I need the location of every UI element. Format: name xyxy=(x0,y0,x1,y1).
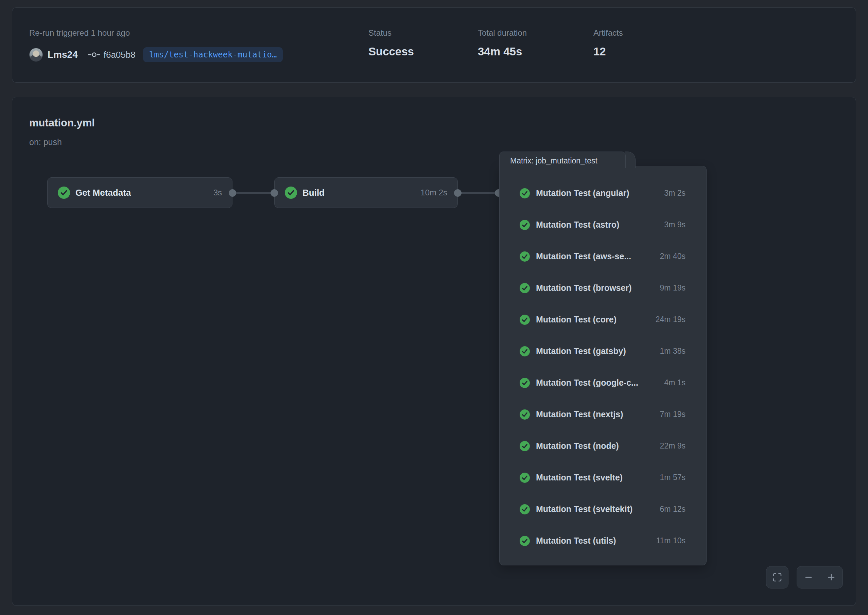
check-circle-icon xyxy=(58,187,70,199)
matrix-job-row[interactable]: Mutation Test (nextjs) 7m 19s xyxy=(520,398,685,430)
check-circle-icon xyxy=(520,220,530,230)
matrix-job-row[interactable]: Mutation Test (utils) 11m 10s xyxy=(520,525,685,557)
matrix-job-label: Mutation Test (utils) xyxy=(536,536,653,546)
matrix-job-label: Mutation Test (aws-se... xyxy=(536,251,657,261)
avatar[interactable] xyxy=(29,48,43,61)
branch-badge[interactable]: lms/test-hackweek-mutatio… xyxy=(143,47,283,62)
workflow-name: mutation.yml xyxy=(29,117,95,129)
connector-dot xyxy=(454,189,462,197)
matrix-job-label: Mutation Test (node) xyxy=(536,441,657,451)
matrix-job-label: Mutation Test (angular) xyxy=(536,188,661,198)
job-node-build[interactable]: Build 10m 2s xyxy=(274,177,458,208)
fullscreen-button[interactable] xyxy=(766,566,788,588)
job-node-get-metadata[interactable]: Get Metadata 3s xyxy=(47,177,233,208)
matrix-job-list: Mutation Test (angular) 3m 2s Mutation T… xyxy=(520,177,685,557)
check-circle-icon xyxy=(285,187,297,199)
matrix-job-duration: 24m 19s xyxy=(656,315,685,324)
connector-line xyxy=(458,192,499,194)
matrix-panel: Mutation Test (angular) 3m 2s Mutation T… xyxy=(499,166,707,565)
run-summary-card: Re-run triggered 1 hour ago Lms24 f6a05b… xyxy=(12,8,856,83)
matrix-job-label: Mutation Test (sveltekit) xyxy=(536,504,657,514)
matrix-tab-step xyxy=(625,151,635,168)
minus-icon xyxy=(804,573,813,582)
matrix-job-row[interactable]: Mutation Test (gatsby) 1m 38s xyxy=(520,336,685,367)
matrix-job-row[interactable]: Mutation Test (browser) 9m 19s xyxy=(520,272,685,304)
stat-label: Status xyxy=(368,28,392,38)
check-circle-icon xyxy=(520,473,530,483)
workflow-trigger: on: push xyxy=(29,137,62,147)
zoom-in-button[interactable] xyxy=(820,567,843,588)
matrix-job-row[interactable]: Mutation Test (core) 24m 19s xyxy=(520,304,685,336)
matrix-job-row[interactable]: Mutation Test (astro) 3m 9s xyxy=(520,209,685,240)
zoom-out-button[interactable] xyxy=(797,567,820,588)
matrix-job-duration: 9m 19s xyxy=(660,283,685,293)
workflow-run-page: Re-run triggered 1 hour ago Lms24 f6a05b… xyxy=(0,0,868,615)
check-circle-icon xyxy=(520,409,530,420)
zoom-controls xyxy=(797,566,843,588)
matrix-job-label: Mutation Test (astro) xyxy=(536,220,661,230)
plus-icon xyxy=(827,573,836,582)
check-circle-icon xyxy=(520,378,530,388)
matrix-job-row[interactable]: Mutation Test (node) 22m 9s xyxy=(520,430,685,462)
user-login[interactable]: Lms24 xyxy=(48,49,78,60)
check-circle-icon xyxy=(520,251,530,262)
job-node-duration: 3s xyxy=(214,188,222,197)
connector-dot xyxy=(229,189,236,197)
matrix-job-duration: 1m 38s xyxy=(660,347,685,356)
matrix-job-row[interactable]: Mutation Test (sveltekit) 6m 12s xyxy=(520,493,685,525)
matrix-job-duration: 1m 57s xyxy=(660,473,685,482)
matrix-job-label: Mutation Test (browser) xyxy=(536,283,657,293)
rerun-trigger-text: Re-run triggered 1 hour ago xyxy=(29,28,130,38)
matrix-tab: Matrix: job_mutation_test xyxy=(499,151,626,168)
matrix-job-duration: 2m 40s xyxy=(660,252,685,261)
matrix-job-label: Mutation Test (core) xyxy=(536,315,652,325)
connector-dot xyxy=(270,189,278,197)
fullscreen-icon xyxy=(772,572,782,582)
workflow-graph-card: mutation.yml on: push Get Metadata 3s Bu… xyxy=(12,97,856,606)
check-circle-icon xyxy=(520,315,530,325)
job-node-label: Get Metadata xyxy=(75,187,209,198)
commit-row: Lms24 f6a05b8 lms/test-hackweek-mutatio… xyxy=(29,47,283,62)
matrix-job-label: Mutation Test (google-c... xyxy=(536,378,661,388)
stat-value: Success xyxy=(368,45,414,58)
check-circle-icon xyxy=(520,283,530,293)
matrix-job-duration: 7m 19s xyxy=(660,410,685,419)
matrix-job-duration: 11m 10s xyxy=(656,536,685,545)
matrix-job-duration: 22m 9s xyxy=(660,442,685,451)
check-circle-icon xyxy=(520,346,530,356)
matrix-job-row[interactable]: Mutation Test (svelte) 1m 57s xyxy=(520,462,685,493)
connector-line xyxy=(233,192,274,194)
job-node-duration: 10m 2s xyxy=(420,188,447,197)
matrix-job-duration: 3m 9s xyxy=(664,220,685,229)
stat-label: Artifacts xyxy=(593,28,623,38)
check-circle-icon xyxy=(520,536,530,546)
commit-sha[interactable]: f6a05b8 xyxy=(104,50,136,60)
stat-value: 34m 45s xyxy=(478,45,522,58)
check-circle-icon xyxy=(520,188,530,198)
matrix-job-row[interactable]: Mutation Test (aws-se... 2m 40s xyxy=(520,240,685,272)
check-circle-icon xyxy=(520,441,530,451)
matrix-tab-label: Matrix: job_mutation_test xyxy=(510,156,598,165)
matrix-job-label: Mutation Test (nextjs) xyxy=(536,409,657,419)
matrix-job-duration: 3m 2s xyxy=(664,189,685,198)
stat-value: 12 xyxy=(593,45,606,58)
git-commit-icon xyxy=(88,52,100,58)
matrix-job-label: Mutation Test (gatsby) xyxy=(536,346,657,356)
matrix-job-row[interactable]: Mutation Test (google-c... 4m 1s xyxy=(520,367,685,398)
matrix-job-row[interactable]: Mutation Test (angular) 3m 2s xyxy=(520,177,685,209)
matrix-job-duration: 6m 12s xyxy=(660,504,685,514)
check-circle-icon xyxy=(520,504,530,514)
matrix-job-duration: 4m 1s xyxy=(664,378,685,387)
matrix-job-label: Mutation Test (svelte) xyxy=(536,473,657,482)
stat-label: Total duration xyxy=(478,28,527,38)
job-node-label: Build xyxy=(303,187,416,198)
